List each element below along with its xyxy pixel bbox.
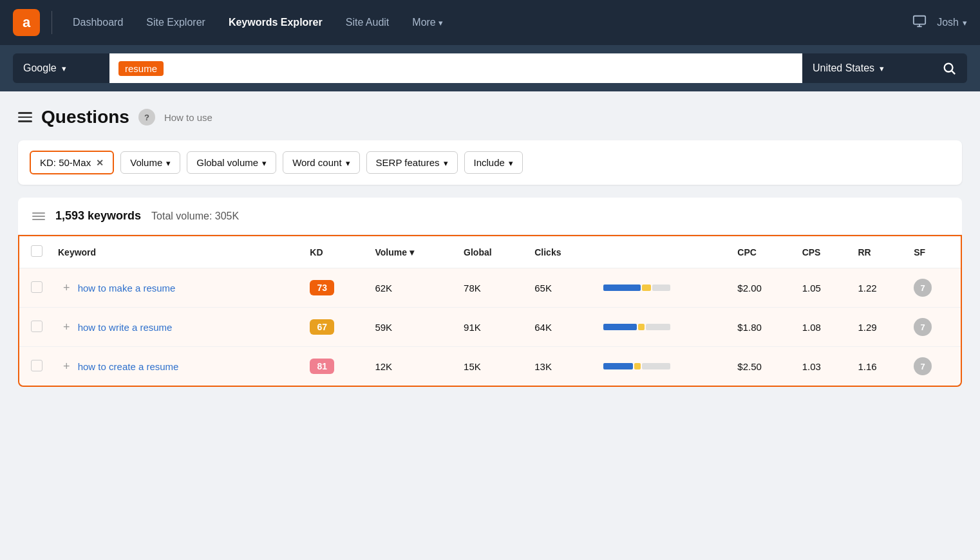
volume-col-header[interactable]: Volume ▾	[367, 236, 456, 268]
rr-cell-2: 1.29	[850, 308, 906, 347]
sf-badge-2: 7	[914, 318, 932, 336]
volume-sort-icon: ▾	[410, 247, 414, 257]
volume-chevron-icon	[166, 157, 171, 168]
global-col-header: Global	[456, 236, 527, 268]
row-checkbox-3[interactable]	[31, 360, 42, 371]
serp-chevron-icon	[444, 157, 448, 168]
include-filter[interactable]: Include	[464, 151, 523, 174]
clicks-bar-yellow-1	[642, 285, 651, 291]
page-header: Questions ? How to use	[18, 107, 962, 127]
sf-col-header: SF	[906, 236, 961, 268]
keyword-table-section: Keyword KD Volume ▾ Global	[18, 235, 962, 387]
volume-cell-3: 12K	[367, 347, 456, 386]
select-all-checkbox[interactable]	[31, 245, 42, 257]
clicks-col-header: Clicks	[527, 236, 595, 268]
row-add-2[interactable]: +	[63, 321, 70, 333]
clicks-bar-blue-1	[603, 285, 641, 291]
svg-rect-0	[914, 15, 925, 24]
row-checkbox-2[interactable]	[31, 321, 42, 332]
serp-features-filter[interactable]: SERP features	[366, 151, 458, 174]
global-cell-2: 91K	[456, 308, 527, 347]
sf-badge-3: 7	[914, 357, 932, 375]
word-count-filter[interactable]: Word count	[283, 151, 359, 174]
results-header: 1,593 keywords Total volume: 305K	[18, 198, 962, 235]
include-chevron-icon	[509, 157, 513, 168]
table-container: Keyword KD Volume ▾ Global	[19, 236, 961, 386]
nav-site-audit[interactable]: Site Audit	[337, 12, 399, 33]
close-filter-icon[interactable]: ✕	[96, 158, 104, 168]
keyword-link-2[interactable]: how to write a resume	[78, 322, 173, 333]
cpc-cell-1: $2.00	[730, 268, 794, 308]
volume-cell-2: 59K	[367, 308, 456, 347]
nav-keywords-explorer[interactable]: Keywords Explorer	[220, 12, 332, 33]
nav-right: Josh	[912, 14, 967, 32]
clicks-bar-1	[603, 285, 722, 291]
clicks-cell-3: 13K	[527, 347, 595, 386]
global-cell-3: 15K	[456, 347, 527, 386]
main-content: Questions ? How to use KD: 50-Max ✕ Volu…	[0, 91, 980, 402]
monitor-icon[interactable]	[912, 14, 927, 32]
nav-dashboard[interactable]: Dashboard	[64, 12, 132, 33]
user-menu[interactable]: Josh	[937, 17, 967, 28]
svg-point-3	[945, 64, 953, 72]
page-title: Questions	[41, 107, 129, 127]
top-nav: a Dashboard Site Explorer Keywords Explo…	[0, 0, 980, 45]
rr-cell-1: 1.22	[850, 268, 906, 308]
global-volume-filter[interactable]: Global volume	[187, 151, 276, 174]
global-cell-1: 78K	[456, 268, 527, 308]
engine-select[interactable]: Google	[13, 53, 109, 83]
kd-filter-tag[interactable]: KD: 50-Max ✕	[30, 151, 114, 174]
svg-line-4	[952, 71, 955, 74]
engine-chevron-icon	[62, 62, 66, 74]
filters-row: KD: 50-Max ✕ Volume Global volume Word c…	[18, 140, 962, 185]
volume-cell-1: 62K	[367, 268, 456, 308]
clicks-bar-gray-1	[652, 285, 670, 291]
nav-site-explorer[interactable]: Site Explorer	[137, 12, 214, 33]
country-select[interactable]: United States	[802, 53, 931, 83]
clicks-bar-yellow-2	[638, 324, 645, 330]
row-checkbox-1[interactable]	[31, 281, 42, 293]
how-to-use-link[interactable]: How to use	[164, 112, 212, 123]
results-menu[interactable]	[32, 212, 45, 220]
cpc-cell-3: $2.50	[730, 347, 794, 386]
cpc-col-header: CPC	[730, 236, 794, 268]
logo[interactable]: a	[13, 9, 40, 36]
rr-cell-3: 1.16	[850, 347, 906, 386]
global-volume-chevron-icon	[262, 157, 267, 168]
clicks-bar-2	[603, 324, 722, 330]
search-bar: Google resume United States	[0, 45, 980, 91]
kd-col-header: KD	[302, 236, 367, 268]
volume-filter[interactable]: Volume	[120, 151, 180, 174]
table-header-row: Keyword KD Volume ▾ Global	[19, 236, 961, 268]
keyword-link-1[interactable]: how to make a resume	[78, 283, 176, 294]
results-count: 1,593 keywords	[55, 209, 141, 223]
rr-col-header: RR	[850, 236, 906, 268]
clicks-bar-blue-2	[603, 324, 637, 330]
keyword-link-3[interactable]: how to create a resume	[78, 361, 179, 372]
sf-badge-1: 7	[914, 279, 932, 297]
nav-more[interactable]: More	[403, 12, 451, 33]
row-add-1[interactable]: +	[63, 281, 70, 294]
nav-divider	[52, 11, 52, 34]
keyword-tag[interactable]: resume	[118, 61, 164, 76]
table-row: + how to write a resume 67 59K 91K 64K	[19, 308, 961, 347]
cps-cell-3: 1.03	[795, 347, 851, 386]
results-volume: Total volume: 305K	[151, 210, 239, 222]
row-add-3[interactable]: +	[63, 360, 70, 373]
cps-col-header: CPS	[795, 236, 851, 268]
results-section: 1,593 keywords Total volume: 305K Keywor…	[18, 198, 962, 387]
table-row: + how to create a resume 81 12K 15K 13K	[19, 347, 961, 386]
help-button[interactable]: ?	[138, 109, 155, 126]
keyword-col-header: Keyword	[50, 236, 302, 268]
kd-badge-3: 81	[310, 359, 334, 374]
clicks-bar-gray-3	[642, 363, 670, 369]
table-row: + how to make a resume 73 62K 78K 65K	[19, 268, 961, 308]
search-button[interactable]	[931, 53, 967, 83]
chevron-down-icon	[438, 17, 443, 28]
clicks-bar-gray-2	[646, 324, 670, 330]
sidebar-toggle[interactable]	[18, 112, 32, 122]
word-count-chevron-icon	[346, 157, 350, 168]
user-chevron-icon	[963, 17, 967, 28]
country-chevron-icon	[880, 62, 884, 74]
search-input-area[interactable]: resume	[109, 53, 802, 83]
